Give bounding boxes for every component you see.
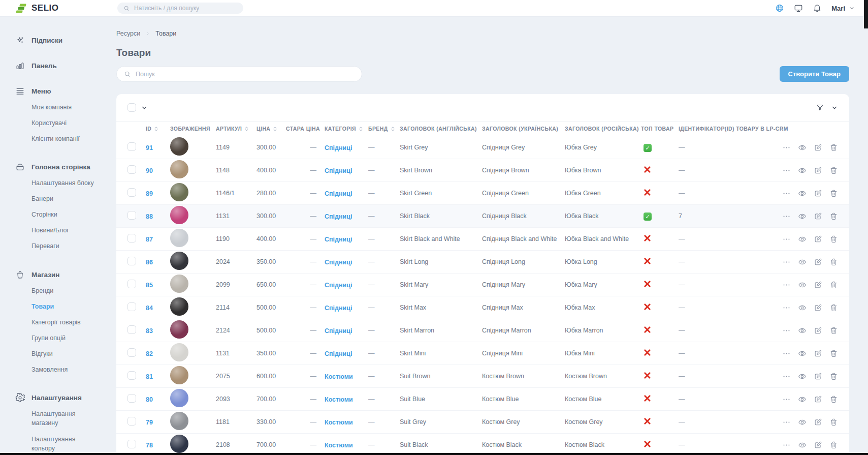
product-image[interactable] bbox=[170, 320, 188, 339]
breadcrumb-root[interactable]: Ресурси bbox=[116, 30, 140, 37]
more-actions-button[interactable] bbox=[782, 166, 791, 175]
delete-button[interactable] bbox=[829, 166, 838, 175]
product-id-link[interactable]: 82 bbox=[146, 350, 153, 357]
sidebar-subitem[interactable]: Налаштування блоку bbox=[31, 175, 98, 191]
product-image[interactable] bbox=[170, 183, 188, 201]
sidebar-subitem[interactable]: Переваги bbox=[31, 238, 98, 254]
category-link[interactable]: Спідниці bbox=[325, 282, 352, 289]
row-checkbox[interactable] bbox=[127, 302, 136, 311]
row-checkbox[interactable] bbox=[127, 211, 136, 220]
sidebar-subitem[interactable]: Клієнти компанії bbox=[31, 131, 98, 146]
edit-button[interactable] bbox=[814, 304, 822, 312]
product-image[interactable] bbox=[170, 389, 188, 407]
sidebar-subitem[interactable]: Бренди bbox=[31, 283, 98, 298]
sidebar-item-shop[interactable]: Магазин bbox=[15, 269, 98, 280]
edit-button[interactable] bbox=[814, 235, 822, 244]
more-actions-button[interactable] bbox=[782, 304, 791, 312]
sidebar-item-subscriptions[interactable]: Підписки bbox=[15, 35, 98, 45]
row-checkbox[interactable] bbox=[127, 165, 136, 174]
more-actions-button[interactable] bbox=[782, 349, 791, 358]
row-checkbox[interactable] bbox=[127, 371, 136, 380]
row-checkbox[interactable] bbox=[127, 440, 136, 448]
category-link[interactable]: Спідниці bbox=[325, 259, 352, 266]
column-header-id[interactable]: ID bbox=[146, 126, 170, 132]
edit-button[interactable] bbox=[814, 372, 822, 381]
product-id-link[interactable]: 81 bbox=[146, 373, 153, 380]
global-search[interactable] bbox=[117, 3, 243, 14]
delete-button[interactable] bbox=[829, 395, 838, 404]
column-header-artikul[interactable]: АРТИКУЛ bbox=[216, 126, 256, 132]
view-button[interactable] bbox=[798, 258, 807, 266]
more-actions-button[interactable] bbox=[782, 235, 791, 244]
more-actions-button[interactable] bbox=[782, 372, 791, 381]
product-id-link[interactable]: 89 bbox=[146, 190, 153, 197]
product-image[interactable] bbox=[170, 435, 188, 453]
sort-icon[interactable] bbox=[391, 126, 395, 132]
product-image[interactable] bbox=[170, 137, 188, 156]
delete-button[interactable] bbox=[829, 418, 838, 427]
category-link[interactable]: Спідниці bbox=[325, 190, 352, 197]
view-button[interactable] bbox=[798, 189, 807, 198]
view-button[interactable] bbox=[798, 441, 807, 449]
sidebar-item-settings[interactable]: Налаштування bbox=[15, 393, 98, 403]
column-header-title_uk[interactable]: ЗАГОЛОВОК (УКРАЇНСЬКА) bbox=[482, 126, 565, 132]
edit-button[interactable] bbox=[814, 143, 822, 152]
product-image[interactable] bbox=[170, 343, 188, 361]
column-header-price[interactable]: ЦІНА bbox=[256, 126, 286, 132]
sidebar-subitem[interactable]: Банери bbox=[31, 191, 98, 207]
globe-icon[interactable] bbox=[775, 4, 784, 13]
app-logo[interactable]: SELIO bbox=[15, 3, 104, 14]
row-checkbox[interactable] bbox=[127, 417, 136, 426]
view-button[interactable] bbox=[798, 349, 807, 358]
more-actions-button[interactable] bbox=[782, 258, 791, 266]
user-menu[interactable]: Mari bbox=[831, 5, 855, 12]
row-checkbox[interactable] bbox=[127, 280, 136, 288]
table-search-input[interactable] bbox=[136, 71, 355, 78]
sort-icon[interactable] bbox=[244, 126, 249, 132]
product-image[interactable] bbox=[170, 297, 188, 316]
column-header-title_ru[interactable]: ЗАГОЛОВОК (РОСІЙСЬКА) bbox=[565, 126, 641, 132]
delete-button[interactable] bbox=[829, 189, 838, 198]
product-id-link[interactable]: 85 bbox=[146, 282, 153, 289]
sort-icon[interactable] bbox=[359, 126, 363, 132]
delete-button[interactable] bbox=[829, 235, 838, 244]
product-id-link[interactable]: 84 bbox=[146, 305, 153, 312]
product-image[interactable] bbox=[170, 229, 188, 247]
column-header-brand[interactable]: БРЕНД bbox=[368, 126, 400, 132]
category-link[interactable]: Спідниці bbox=[325, 350, 352, 357]
edit-button[interactable] bbox=[814, 395, 822, 404]
category-link[interactable]: Спідниці bbox=[325, 305, 352, 312]
sidebar-subitem[interactable]: Групи опцій bbox=[31, 330, 98, 346]
row-checkbox[interactable] bbox=[127, 234, 136, 242]
global-search-input[interactable] bbox=[134, 5, 237, 12]
filter-icon[interactable] bbox=[816, 103, 824, 112]
more-actions-button[interactable] bbox=[782, 418, 791, 427]
sidebar-subitem[interactable]: Сторінки bbox=[31, 207, 98, 223]
view-button[interactable] bbox=[798, 418, 807, 427]
view-button[interactable] bbox=[798, 212, 807, 221]
column-header-lp_crm[interactable]: ІДЕНТИФІКАТОР(ID) ТОВАРУ В LP-CRM bbox=[679, 126, 788, 132]
delete-button[interactable] bbox=[829, 212, 838, 221]
edit-button[interactable] bbox=[814, 418, 822, 427]
monitor-icon[interactable] bbox=[794, 4, 803, 13]
more-actions-button[interactable] bbox=[782, 281, 791, 289]
view-button[interactable] bbox=[798, 395, 807, 404]
row-checkbox[interactable] bbox=[127, 188, 136, 197]
delete-button[interactable] bbox=[829, 441, 838, 449]
sidebar-item-home-page[interactable]: Головна сторінка bbox=[15, 162, 98, 172]
view-button[interactable] bbox=[798, 235, 807, 244]
sidebar-subitem[interactable]: Замовлення bbox=[31, 362, 98, 378]
more-actions-button[interactable] bbox=[782, 441, 791, 449]
edit-button[interactable] bbox=[814, 281, 822, 289]
filter-chevron-icon[interactable] bbox=[831, 104, 838, 111]
sidebar-subitem[interactable]: Відгуки bbox=[31, 346, 98, 362]
page-scrollbar-thumb[interactable] bbox=[864, 0, 868, 28]
sidebar-subitem[interactable]: Користувачі bbox=[31, 115, 98, 131]
delete-button[interactable] bbox=[829, 372, 838, 381]
edit-button[interactable] bbox=[814, 189, 822, 198]
product-id-link[interactable]: 87 bbox=[146, 236, 153, 243]
product-id-link[interactable]: 91 bbox=[146, 144, 153, 151]
product-image[interactable] bbox=[170, 412, 188, 430]
product-image[interactable] bbox=[170, 206, 188, 224]
more-actions-button[interactable] bbox=[782, 189, 791, 198]
